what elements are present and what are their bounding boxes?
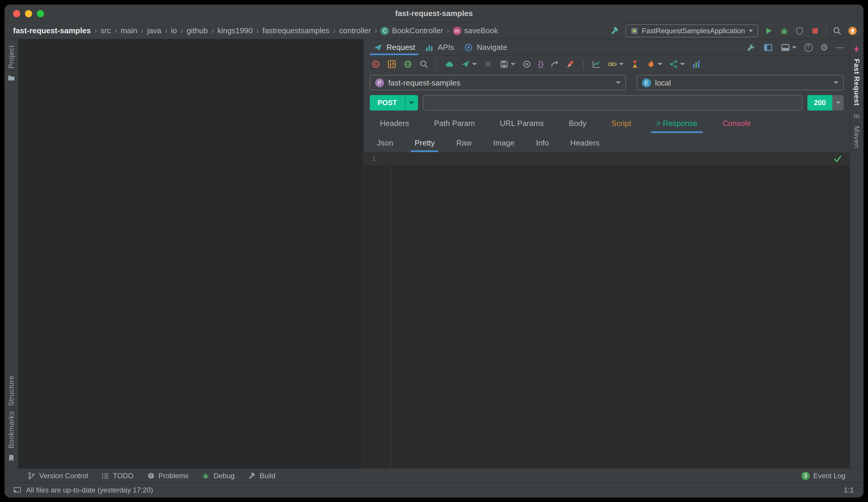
hide-panel-icon[interactable]: — — [836, 43, 844, 51]
project-select[interactable]: P fast-request-samples — [370, 75, 626, 90]
status-code-badge: 200 — [807, 95, 844, 111]
globe-icon[interactable] — [403, 60, 413, 69]
search-icon[interactable] — [419, 60, 428, 69]
link-dropdown[interactable] — [608, 60, 624, 69]
tab-url-params[interactable]: URL Params — [497, 113, 547, 133]
toolwindow-debug[interactable]: Debug — [202, 471, 235, 480]
toolwindow-todo[interactable]: TODO — [101, 471, 133, 480]
status-bar: All files are up-to-date (yesterday 17:2… — [5, 482, 863, 497]
sliders-config-icon[interactable] — [387, 60, 396, 69]
mock-cloud-icon[interactable] — [445, 60, 454, 69]
url-input[interactable] — [422, 95, 803, 111]
class-icon: C — [381, 27, 389, 35]
editor-area[interactable] — [19, 39, 363, 468]
tab-path-param[interactable]: Path Param — [431, 113, 478, 133]
flame-dropdown[interactable] — [647, 60, 663, 69]
tab-info[interactable]: Info — [534, 133, 551, 152]
toolwindow-toggle-icon[interactable] — [13, 486, 21, 494]
run-config-name: FastRequestSamplesApplication — [642, 27, 745, 35]
tab-response[interactable]: > Response — [653, 113, 701, 133]
tab-script[interactable]: Script — [609, 113, 634, 133]
clear-broom-icon[interactable] — [566, 60, 576, 69]
chevron-down-icon — [619, 63, 624, 65]
settings-wrench-icon[interactable] — [746, 42, 755, 52]
breadcrumb-item[interactable]: controller — [339, 26, 371, 35]
toolwindow-version-control[interactable]: Version Control — [27, 471, 88, 480]
tab-headers[interactable]: Headers — [377, 113, 412, 133]
layout-options-dropdown[interactable] — [780, 42, 796, 52]
breadcrumb-item-method[interactable]: m saveBook — [453, 26, 498, 35]
search-everywhere-icon[interactable] — [832, 26, 842, 35]
tab-raw[interactable]: Raw — [454, 133, 474, 152]
method-value: POST — [370, 95, 405, 111]
run-configuration-select[interactable]: FastRequestSamplesApplication — [625, 24, 758, 37]
tab-navigate[interactable]: Navigate — [459, 39, 512, 55]
minimize-window-button[interactable] — [25, 10, 32, 17]
environment-badge-icon: E — [642, 78, 651, 87]
chevron-down-icon — [472, 63, 477, 65]
editor-current-line[interactable]: 1 — [364, 152, 849, 165]
chart-icon[interactable] — [592, 60, 601, 69]
sidebar-item-fast-request[interactable]: Fast Request — [852, 59, 861, 106]
save-dropdown[interactable] — [499, 60, 515, 69]
breadcrumb-item[interactable]: main — [121, 26, 137, 35]
problems-icon — [146, 471, 155, 480]
breadcrumb-separator: › — [180, 26, 183, 35]
run-button[interactable] — [764, 26, 774, 35]
breadcrumb-item[interactable]: io — [171, 26, 177, 35]
tab-pretty[interactable]: Pretty — [412, 133, 437, 152]
close-window-button[interactable] — [13, 10, 20, 17]
toolwindow-problems[interactable]: Problems — [146, 471, 188, 480]
tab-resp-headers[interactable]: Headers — [568, 133, 602, 152]
share-dropdown[interactable] — [669, 60, 685, 69]
tab-json[interactable]: Json — [374, 133, 396, 152]
tab-body[interactable]: Body — [566, 113, 589, 133]
scan-target-icon[interactable] — [522, 60, 531, 69]
status-history-dropdown[interactable] — [832, 95, 844, 111]
help-icon[interactable]: ? — [804, 43, 813, 51]
redo-icon[interactable] — [550, 60, 560, 69]
timeout-hourglass-icon[interactable] — [630, 60, 640, 69]
sidebar-item-bookmarks[interactable]: Bookmarks — [7, 411, 16, 449]
method-select[interactable]: POST — [370, 95, 418, 111]
event-log-item[interactable]: 3 Event Log — [802, 471, 845, 480]
send-request-dropdown[interactable] — [461, 60, 477, 69]
stop-button[interactable] — [810, 26, 820, 35]
breadcrumb-item[interactable]: java — [147, 26, 162, 35]
sidebar-item-maven[interactable]: Maven — [852, 126, 861, 148]
environment-select[interactable]: E local — [637, 75, 844, 90]
debug-button[interactable] — [779, 26, 789, 35]
braces-icon[interactable]: {} — [538, 61, 544, 68]
breadcrumb-item[interactable]: kings1990 — [218, 26, 253, 35]
record-target-icon[interactable] — [371, 60, 381, 69]
breadcrumb-item-class[interactable]: C BookController — [381, 26, 443, 35]
tab-image[interactable]: Image — [491, 133, 517, 152]
stop-request-icon[interactable] — [483, 60, 493, 69]
response-editor[interactable]: 1 — [364, 152, 849, 468]
update-notification-icon[interactable] — [848, 26, 857, 35]
layout-panel-icon[interactable] — [763, 42, 773, 52]
method-dropdown-button[interactable] — [405, 95, 418, 111]
breadcrumb-separator: › — [333, 26, 335, 35]
bookmark-icon — [7, 454, 16, 462]
caret-position[interactable]: 1:1 — [844, 486, 854, 494]
tab-request[interactable]: Request — [369, 39, 420, 55]
gear-icon[interactable]: ⚙ — [820, 43, 828, 52]
zoom-window-button[interactable] — [37, 10, 44, 17]
tab-apis[interactable]: APIs — [420, 39, 459, 55]
breadcrumb-item[interactable]: github — [187, 26, 208, 35]
sidebar-item-structure[interactable]: Structure — [7, 375, 16, 406]
status-message: All files are up-to-date (yesterday 17:2… — [26, 486, 153, 494]
breadcrumb-item[interactable]: src — [101, 26, 111, 35]
sidebar-item-project[interactable]: Project — [7, 45, 16, 69]
breadcrumb-item[interactable]: fast-request-samples — [13, 26, 91, 35]
method-icon: m — [453, 27, 461, 35]
coverage-button[interactable] — [795, 26, 804, 35]
window-controls — [13, 10, 44, 17]
stats-bars-icon[interactable] — [692, 60, 701, 69]
breadcrumb-item[interactable]: fastrequestsamples — [262, 26, 329, 35]
toolwindow-build[interactable]: Build — [248, 471, 275, 480]
chevron-down-icon — [834, 81, 838, 84]
tab-console[interactable]: Console — [720, 113, 754, 133]
build-hammer-icon[interactable] — [610, 26, 619, 35]
